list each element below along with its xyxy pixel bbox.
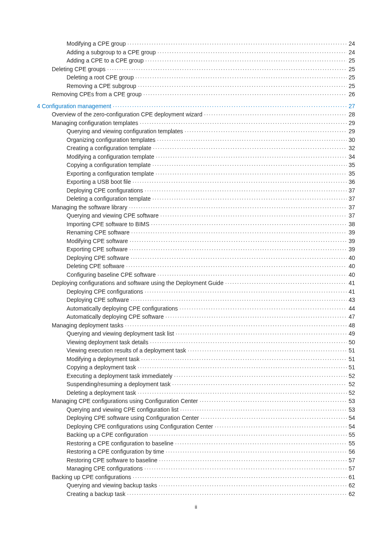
toc-entry-label: Querying and viewing configuration templ… bbox=[67, 127, 183, 136]
toc-entry[interactable]: Removing CPEs from a CPE group··········… bbox=[52, 90, 355, 99]
toc-entry[interactable]: Adding a CPE to a CPE group·············… bbox=[67, 56, 355, 65]
toc-entry[interactable]: Renaming CPE software···················… bbox=[67, 228, 355, 237]
toc-leader-dots: ········································… bbox=[127, 39, 347, 48]
toc-leader-dots: ········································… bbox=[214, 422, 347, 431]
toc-entry-label: Deploying CPE configurations bbox=[67, 287, 143, 296]
toc-entry-label: Deploying CPE software using Configurati… bbox=[67, 414, 199, 422]
toc-entry[interactable]: Deploying CPE software··················… bbox=[67, 296, 355, 304]
toc-leader-dots: ········································… bbox=[131, 296, 347, 304]
toc-entry[interactable]: Modifying CPE software··················… bbox=[67, 237, 355, 246]
toc-leader-dots: ········································… bbox=[144, 464, 347, 473]
toc-entry[interactable]: Deploying CPE software using Configurati… bbox=[67, 414, 355, 422]
toc-entry-label: Deploying CPE configurations using Confi… bbox=[67, 422, 213, 431]
toc-entry[interactable]: Querying and viewing configuration templ… bbox=[67, 127, 355, 136]
toc-leader-dots: ········································… bbox=[155, 169, 347, 178]
toc-leader-dots: ········································… bbox=[126, 262, 347, 271]
toc-entry-page: 51 bbox=[348, 355, 355, 364]
toc-entry[interactable]: 4 Configuration management··············… bbox=[37, 102, 355, 111]
toc-entry[interactable]: Managing the software library···········… bbox=[52, 203, 355, 212]
toc-entry-label: Removing CPEs from a CPE group bbox=[52, 90, 142, 99]
toc-entry-page: 37 bbox=[348, 211, 355, 220]
toc-entry[interactable]: Deploying configurations and software us… bbox=[52, 279, 355, 287]
toc-entry-label: Modifying CPE software bbox=[67, 237, 128, 246]
toc-leader-dots: ········································… bbox=[166, 313, 347, 321]
toc-leader-dots: ········································… bbox=[204, 110, 347, 119]
toc-entry[interactable]: Organizing configuration templates······… bbox=[67, 136, 355, 144]
toc-entry[interactable]: Exporting a USB boot file···············… bbox=[67, 178, 355, 186]
toc-leader-dots: ········································… bbox=[172, 380, 347, 389]
toc-entry[interactable]: Deploying CPE software··················… bbox=[67, 254, 355, 262]
toc-entry-label: Querying and viewing deployment task lis… bbox=[67, 329, 174, 338]
toc-entry[interactable]: Managing configuration templates········… bbox=[52, 119, 355, 127]
toc-entry-label: Deleting a root CPE group bbox=[67, 73, 134, 82]
toc-entry[interactable]: Restoring CPE software to baseline······… bbox=[67, 456, 355, 465]
toc-entry-page: 62 bbox=[348, 481, 355, 490]
toc-entry[interactable]: Modifying a deployment task·············… bbox=[67, 355, 355, 364]
toc-entry-page: 44 bbox=[348, 304, 355, 313]
toc-entry[interactable]: Configuring baseline CPE software·······… bbox=[67, 271, 355, 279]
toc-entry[interactable]: Automatically deploying CPE software····… bbox=[67, 313, 355, 321]
toc-entry[interactable]: Querying and viewing CPE software·······… bbox=[67, 211, 355, 220]
toc-entry-page: 30 bbox=[348, 136, 355, 144]
toc-entry[interactable]: Creating a configuration template·······… bbox=[67, 144, 355, 153]
toc-entry[interactable]: Deleting a root CPE group···············… bbox=[67, 73, 355, 82]
toc-entry-page: 52 bbox=[348, 389, 355, 397]
toc-entry[interactable]: Exporting CPE software··················… bbox=[67, 245, 355, 254]
toc-entry-label: Deploying configurations and software us… bbox=[52, 279, 224, 287]
toc-entry[interactable]: Overview of the zero-configuration CPE d… bbox=[52, 110, 355, 119]
toc-entry[interactable]: Restoring a CPE configuration to baselin… bbox=[67, 439, 355, 448]
toc-entry-page: 61 bbox=[348, 473, 355, 482]
toc-entry[interactable]: Querying and viewing backup tasks·······… bbox=[67, 481, 355, 490]
toc-entry[interactable]: Deleting a configuration template·······… bbox=[67, 195, 355, 203]
toc-entry-page: 56 bbox=[348, 447, 355, 456]
toc-entry-label: Restoring CPE software to baseline bbox=[67, 456, 157, 465]
toc-entry-page: 25 bbox=[348, 73, 355, 82]
toc-entry-label: Importing CPE software to BIMS bbox=[67, 220, 150, 229]
toc-entry[interactable]: Querying and viewing deployment task lis… bbox=[67, 329, 355, 338]
toc-leader-dots: ········································… bbox=[133, 473, 347, 482]
toc-entry-label: Exporting a configuration template bbox=[67, 169, 154, 178]
toc-entry-label: Deleting a configuration template bbox=[67, 195, 151, 203]
toc-entry-page: 38 bbox=[348, 220, 355, 229]
toc-entry-label: Removing a CPE subgroup bbox=[67, 82, 136, 90]
toc-entry-page: 24 bbox=[348, 39, 355, 48]
toc-list: Modifying a CPE group···················… bbox=[37, 39, 355, 498]
toc-entry[interactable]: Executing a deployment task immediately·… bbox=[67, 372, 355, 380]
toc-entry-page: 47 bbox=[348, 313, 355, 321]
toc-entry[interactable]: Suspending/resuming a deployment task···… bbox=[67, 380, 355, 389]
toc-entry[interactable]: Managing deployment tasks···············… bbox=[52, 321, 355, 330]
toc-entry[interactable]: Deploying CPE configurations············… bbox=[67, 287, 355, 296]
toc-entry[interactable]: Backing up a CPE configuration··········… bbox=[67, 431, 355, 439]
toc-entry[interactable]: Removing a CPE subgroup·················… bbox=[67, 82, 355, 90]
toc-entry-page: 24 bbox=[348, 48, 355, 57]
toc-entry[interactable]: Copying a configuration template········… bbox=[67, 161, 355, 169]
toc-entry[interactable]: Viewing execution results of a deploymen… bbox=[67, 346, 355, 355]
toc-entry-page: 40 bbox=[348, 254, 355, 262]
toc-entry[interactable]: Deploying CPE configurations············… bbox=[67, 186, 355, 195]
toc-entry[interactable]: Exporting a configuration template······… bbox=[67, 169, 355, 178]
toc-entry[interactable]: Restoring a CPE configuration by time···… bbox=[67, 447, 355, 456]
toc-entry-label: Copying a configuration template bbox=[67, 161, 151, 169]
toc-entry[interactable]: Modifying a configuration template······… bbox=[67, 153, 355, 161]
toc-entry[interactable]: Creating a backup task··················… bbox=[67, 490, 355, 498]
toc-leader-dots: ········································… bbox=[156, 153, 347, 161]
toc-entry[interactable]: Deleting CPE groups·····················… bbox=[52, 65, 355, 74]
toc-entry-page: 51 bbox=[348, 363, 355, 372]
toc-entry[interactable]: Backing up CPE configurations···········… bbox=[52, 473, 355, 482]
toc-entry[interactable]: Deleting a deployment task··············… bbox=[67, 389, 355, 397]
toc-entry[interactable]: Deleting CPE software···················… bbox=[67, 262, 355, 271]
toc-entry[interactable]: Deploying CPE configurations using Confi… bbox=[67, 422, 355, 431]
toc-entry-page: 39 bbox=[348, 237, 355, 246]
toc-entry[interactable]: Adding a subgroup to a CPE group········… bbox=[67, 48, 355, 57]
toc-leader-dots: ········································… bbox=[200, 397, 347, 406]
toc-entry[interactable]: Importing CPE software to BIMS··········… bbox=[67, 220, 355, 229]
toc-entry-page: 40 bbox=[348, 262, 355, 271]
toc-entry[interactable]: Automatically deploying CPE configuratio… bbox=[67, 304, 355, 313]
toc-entry[interactable]: Modifying a CPE group···················… bbox=[67, 39, 355, 48]
toc-entry[interactable]: Managing CPE configurations using Config… bbox=[52, 397, 355, 406]
toc-entry[interactable]: Querying and viewing CPE configuration l… bbox=[67, 406, 355, 414]
toc-entry[interactable]: Managing CPE configurations·············… bbox=[67, 464, 355, 473]
toc-entry-label: Organizing configuration templates bbox=[67, 136, 155, 144]
toc-entry[interactable]: Viewing deployment task details·········… bbox=[67, 338, 355, 347]
toc-entry[interactable]: Copying a deployment task···············… bbox=[67, 363, 355, 372]
